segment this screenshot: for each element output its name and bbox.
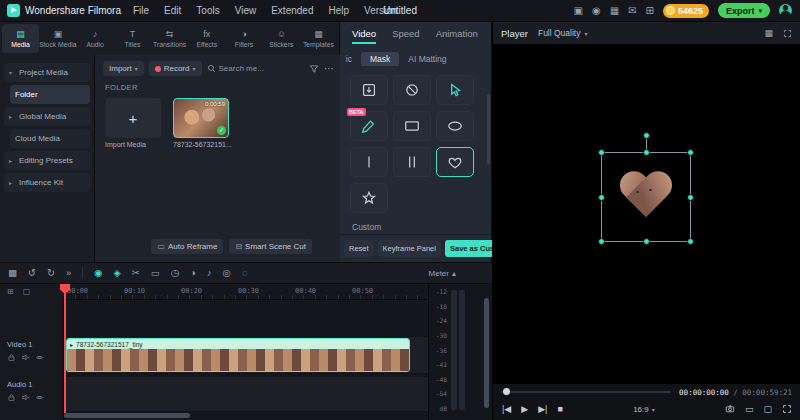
menu-view[interactable]: View — [235, 5, 257, 16]
mask-rectangle[interactable] — [393, 111, 431, 141]
reset-button[interactable]: Reset — [344, 240, 374, 257]
aspect-ratio-dropdown[interactable]: 16:9 ▾ — [633, 405, 655, 414]
resize-handle-sw[interactable] — [598, 238, 605, 245]
filter-icon[interactable] — [309, 64, 319, 74]
video-preview[interactable] — [493, 44, 800, 384]
meter-toggle[interactable]: Meter ▴ — [429, 269, 456, 278]
chevron-down-icon[interactable]: ▾ — [9, 69, 15, 76]
tab-stickers[interactable]: ☺ Stickers — [263, 24, 300, 53]
gift-icon[interactable]: ▣ — [574, 6, 583, 16]
subtab-mask[interactable]: Mask — [361, 52, 399, 66]
track-manager-icon[interactable]: ▢ — [23, 287, 31, 296]
lock-icon[interactable] — [7, 393, 16, 402]
tab-titles[interactable]: T Titles — [114, 24, 151, 53]
tab-video[interactable]: Video — [352, 28, 376, 39]
play-icon[interactable]: ▶ — [521, 404, 528, 414]
menu-file[interactable]: File — [133, 5, 149, 16]
fullscreen-icon[interactable] — [782, 404, 792, 414]
previous-frame-icon[interactable]: |◀ — [502, 404, 511, 414]
hide-track-icon[interactable] — [35, 353, 44, 362]
stop-icon[interactable]: ■ — [557, 404, 562, 414]
mask-heart[interactable] — [436, 147, 474, 177]
mask-draw[interactable]: BETA — [350, 111, 388, 141]
chevron-right-icon[interactable]: ▸ — [9, 179, 15, 186]
tab-animation[interactable]: Animation — [436, 28, 478, 39]
sidebar-item-influence-kit[interactable]: ▸ Influence Kit — [4, 173, 90, 192]
rotate-handle[interactable] — [643, 132, 650, 139]
export-caret-icon[interactable]: ▾ — [758, 7, 762, 15]
panel-scrollbar[interactable] — [487, 94, 490, 164]
audio-track-lane[interactable] — [64, 376, 428, 412]
mute-icon[interactable] — [21, 393, 30, 402]
resize-handle-e[interactable] — [687, 194, 694, 201]
resize-handle-se[interactable] — [687, 238, 694, 245]
sidebar-item-editing-presets[interactable]: ▸ Editing Presets — [4, 151, 90, 170]
tab-effects[interactable]: fx Effects — [188, 24, 225, 53]
notification-icon[interactable]: ◉ — [592, 6, 601, 16]
snapshot-icon[interactable] — [725, 404, 735, 414]
seek-bar[interactable] — [501, 391, 671, 393]
more-tools-icon[interactable]: » — [66, 268, 71, 278]
feedback-icon[interactable]: ✉ — [628, 6, 636, 16]
sidebar-item-global-media[interactable]: ▸ Global Media — [4, 107, 90, 126]
resize-handle-n[interactable] — [643, 149, 650, 156]
import-button[interactable]: Import ▾ — [103, 61, 144, 76]
multiview-icon[interactable]: ▦ — [764, 28, 773, 38]
timeline-ruler[interactable]: 00:00 00:10 00:20 00:30 00:40 00:50 — [64, 284, 428, 300]
search-input[interactable] — [219, 64, 271, 73]
clip-thumbnail[interactable]: 0:00:59 ✓ — [173, 98, 229, 138]
layout-icon[interactable]: ▦ — [610, 6, 619, 16]
quality-dropdown[interactable]: Full Quality ▾ — [538, 28, 588, 38]
tab-stock-media[interactable]: ▣ Stock Media — [39, 24, 76, 53]
mask-none[interactable] — [393, 75, 431, 105]
mask-import[interactable] — [350, 75, 388, 105]
timeline-clip[interactable]: ▸ 78732-567321517_tiny — [66, 338, 410, 372]
sidebar-item-project-media[interactable]: ▾ Project Media — [4, 63, 90, 82]
speed-icon[interactable]: ◷ — [171, 268, 179, 278]
next-frame-icon[interactable]: ▶| — [538, 404, 547, 414]
lock-icon[interactable] — [7, 353, 16, 362]
chevron-right-icon[interactable]: ▸ — [9, 157, 15, 164]
split-icon[interactable]: ✂ — [132, 268, 140, 278]
tab-templates[interactable]: ▦ Templates — [300, 24, 337, 53]
subtab-ai-matting[interactable]: AI Matting — [408, 54, 446, 64]
record-button[interactable]: Record ▾ — [149, 61, 202, 76]
detach-player-icon[interactable] — [783, 29, 792, 38]
export-button[interactable]: Export ▾ — [718, 3, 770, 18]
mask-single-line[interactable] — [350, 147, 388, 177]
plugin-icon[interactable]: ⊞ — [646, 6, 654, 16]
media-clip-item[interactable]: 0:00:59 ✓ 78732-56732151... — [173, 98, 229, 148]
subtab-basic[interactable]: ic — [340, 54, 352, 64]
playhead[interactable] — [64, 284, 66, 413]
chevron-right-icon[interactable]: ▸ — [9, 113, 15, 120]
link-clips-icon[interactable]: ⊞ — [7, 287, 14, 296]
sidebar-item-cloud-media[interactable]: Cloud Media — [10, 129, 90, 148]
menu-tools[interactable]: Tools — [196, 5, 219, 16]
mask-star[interactable] — [350, 183, 388, 213]
resize-handle-s[interactable] — [643, 238, 650, 245]
resize-handle-ne[interactable] — [687, 149, 694, 156]
coin-badge[interactable]: 54625 — [663, 4, 709, 18]
horizontal-scrollbar[interactable] — [64, 413, 190, 418]
import-media-tile[interactable]: + Import Media — [105, 98, 161, 148]
mask-ellipse[interactable] — [436, 111, 474, 141]
tab-speed[interactable]: Speed — [392, 28, 419, 39]
tab-audio[interactable]: ♪ Audio — [77, 24, 114, 53]
color-icon[interactable]: ◑ — [190, 268, 196, 278]
sidebar-item-folder[interactable]: Folder — [10, 85, 90, 104]
preview-monitor-icon[interactable]: ▢ — [764, 404, 773, 414]
more-icon[interactable]: ⋯ — [324, 64, 334, 74]
mask-parallel-lines[interactable] — [393, 147, 431, 177]
tab-media[interactable]: ▤ Media — [2, 24, 39, 53]
hide-track-icon[interactable] — [35, 393, 44, 402]
voiceover-icon[interactable]: ♪ — [207, 268, 212, 278]
redo-icon[interactable]: ↻ — [47, 268, 55, 278]
mask-selection-box[interactable] — [601, 152, 691, 242]
timeline-layout-icon[interactable]: ▦ — [8, 268, 17, 278]
keyframe-panel-button[interactable]: Keyframe Panel — [378, 240, 441, 257]
mask-ai-select[interactable] — [436, 75, 474, 105]
crop-icon[interactable]: ▭ — [151, 268, 160, 278]
auto-reframe-button[interactable]: ▭ Auto Reframe — [151, 239, 223, 254]
tab-transitions[interactable]: ⇆ Transitions — [151, 24, 188, 53]
marker-icon[interactable]: ◌ — [242, 268, 248, 278]
